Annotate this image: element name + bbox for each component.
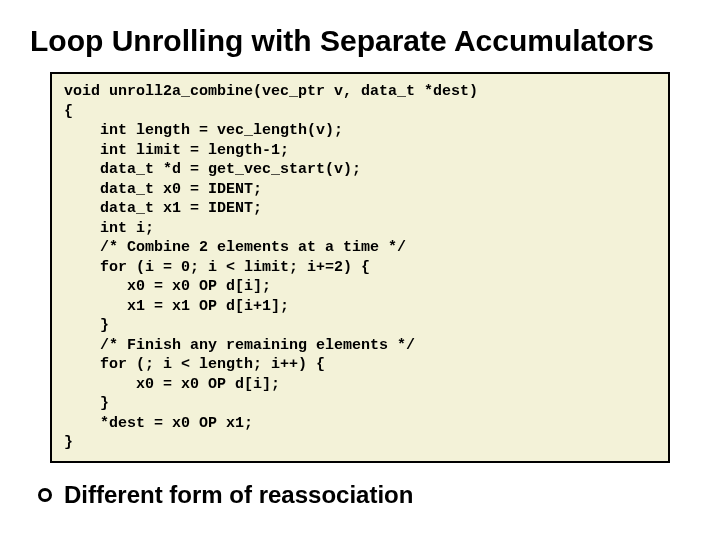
slide-title: Loop Unrolling with Separate Accumulator… [30,24,690,58]
bullet-item: Different form of reassociation [38,481,690,509]
code-block: void unroll2a_combine(vec_ptr v, data_t … [50,72,670,463]
bullet-icon [38,488,52,502]
bullet-text: Different form of reassociation [64,481,413,509]
